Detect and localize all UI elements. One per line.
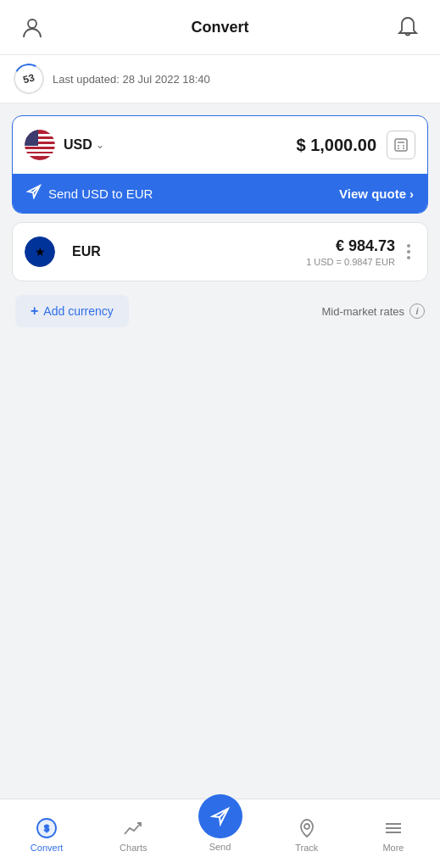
actions-row: + Add currency Mid-market rates i: [12, 293, 428, 329]
bell-icon[interactable]: [393, 12, 423, 42]
eur-flag: ★: [25, 236, 55, 267]
nav-track[interactable]: Track: [264, 809, 350, 853]
send-label: Send USD to EUR: [48, 186, 153, 201]
send-left: Send USD to EUR: [26, 184, 153, 203]
add-currency-label: Add currency: [43, 304, 113, 318]
send-circle-icon: [198, 794, 242, 838]
to-currency-card: ★ EUR € 984.73 1 USD = 0.9847 EUR: [12, 222, 428, 281]
from-row: USD ⌄ $ 1,000.00: [13, 116, 427, 174]
nav-more-label: More: [382, 843, 404, 853]
plus-icon: +: [31, 303, 38, 319]
nav-send[interactable]: Send: [176, 801, 263, 852]
to-currency-code: EUR: [72, 244, 101, 259]
info-icon[interactable]: i: [409, 303, 425, 319]
nav-track-label: Track: [295, 843, 318, 853]
to-amount-block: € 984.73 1 USD = 0.9847 EUR: [234, 237, 396, 267]
profile-icon[interactable]: [17, 12, 47, 42]
from-amount: $ 1,000.00: [296, 136, 376, 155]
svg-point-11: [304, 824, 309, 829]
nav-charts-label: Charts: [120, 843, 147, 853]
update-badge: 53: [10, 60, 47, 97]
more-options-button[interactable]: [402, 241, 415, 263]
send-banner[interactable]: Send USD to EUR View quote ›: [13, 174, 427, 213]
chevron-down-icon: ⌄: [96, 139, 104, 151]
dot: [407, 250, 410, 253]
nav-convert-label: Convert: [31, 843, 64, 853]
dot: [407, 244, 410, 248]
svg-point-0: [28, 19, 36, 28]
bottom-nav: $ Convert Charts Send: [0, 798, 440, 868]
app-header: Convert: [0, 0, 440, 55]
to-rate: 1 USD = 0.9847 EUR: [234, 257, 396, 267]
track-icon: [296, 817, 318, 839]
mid-market-label: Mid-market rates: [321, 305, 404, 318]
usd-flag: [25, 130, 55, 160]
svg-rect-1: [395, 139, 407, 151]
view-quote-button[interactable]: View quote ›: [339, 186, 414, 201]
charts-icon: [122, 817, 144, 839]
chevron-right-icon: ›: [409, 186, 414, 201]
to-amount: € 984.73: [234, 237, 396, 255]
to-currency-info: EUR: [72, 244, 234, 259]
nav-send-label: Send: [209, 842, 231, 852]
mid-market-info: Mid-market rates i: [321, 303, 425, 319]
last-updated-bar: 53 Last updated: 28 Jul 2022 18:40: [0, 55, 440, 103]
from-currency-code: USD: [64, 137, 92, 153]
to-row: ★ EUR € 984.73 1 USD = 0.9847 EUR: [13, 223, 427, 281]
page-title: Convert: [191, 19, 248, 36]
nav-more[interactable]: More: [350, 809, 437, 853]
nav-charts[interactable]: Charts: [90, 809, 176, 853]
dot: [407, 256, 410, 259]
add-currency-button[interactable]: + Add currency: [15, 295, 129, 327]
from-currency-card: USD ⌄ $ 1,000.00: [12, 115, 428, 214]
nav-convert[interactable]: $ Convert: [3, 809, 90, 853]
svg-text:$: $: [44, 823, 49, 833]
main-content: USD ⌄ $ 1,000.00: [0, 103, 440, 798]
send-plane-icon: [26, 184, 42, 203]
currency-selector[interactable]: USD ⌄: [64, 137, 296, 153]
more-icon: [382, 817, 404, 839]
calculator-icon[interactable]: [387, 131, 415, 159]
convert-icon: $: [36, 817, 58, 839]
last-updated-text: Last updated: 28 Jul 2022 18:40: [53, 73, 210, 86]
